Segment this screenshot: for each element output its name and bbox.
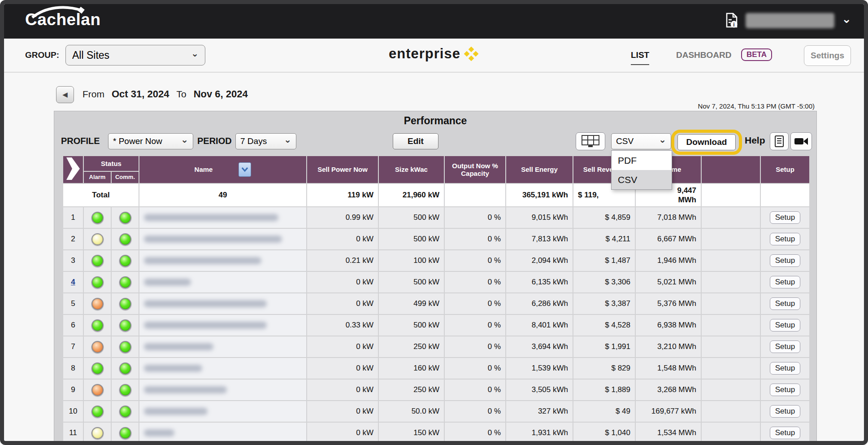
name-header[interactable]: Name [139,156,306,183]
size-value: 500 kW [379,315,444,336]
site-name-redacted[interactable] [144,236,282,243]
period-select-value: 7 Days [240,136,267,146]
lifetime-value: 1,548 MWh [636,358,701,379]
total-site-count: 49 [139,184,306,206]
setup-button[interactable]: Setup [770,297,800,310]
row-number[interactable]: 2 [71,235,75,243]
revenue-value: $ 1,889 [573,380,635,400]
revenue-value: $ 1,040 [573,423,635,443]
site-name-redacted[interactable] [144,322,267,329]
site-name-redacted[interactable] [144,300,267,307]
site-name-redacted[interactable] [144,408,208,415]
setup-button[interactable]: Setup [770,211,800,224]
sell-power-value: 0.33 kW [307,315,378,336]
browser-frame: Cachelan i ⌄ GROUP: All Sites ⌄ enterp [0,0,868,445]
lifetime-value: 6,938 MWh [636,315,701,336]
alarm-status-led [91,384,104,396]
site-name-redacted[interactable] [144,343,213,350]
energy-value: 7,813 kWh [506,229,573,249]
setup-button[interactable]: Setup [770,405,800,418]
download-button[interactable]: Download [677,134,736,150]
row-number[interactable]: 11 [69,428,77,437]
sell-power-value: 0 kW [307,293,378,314]
site-row: 6 0.33 kW 500 kW 0 % 8,401 kWh $ 4,528 6… [63,315,809,336]
help-label[interactable]: Help [745,135,765,146]
export-format-select[interactable]: CSV ⌄ [611,133,671,149]
comm-status-led [119,362,131,375]
revenue-value: $ 3,306 [573,272,635,292]
alarm-subheader[interactable]: Alarm [84,172,111,183]
row-number[interactable]: 10 [69,407,78,415]
setup-button[interactable]: Setup [770,340,800,353]
group-select-value: All Sites [72,49,109,61]
row-number[interactable]: 6 [71,321,75,329]
lifetime-value: 1,534 MWh [636,423,701,443]
site-row: 7 0 kW 250 kW 0 % 3,694 kWh $ 1,991 3,21… [63,336,809,357]
setup-button[interactable]: Setup [770,427,800,439]
edit-button[interactable]: Edit [393,133,438,149]
help-document-button[interactable] [770,132,789,150]
setup-button[interactable]: Setup [770,384,800,396]
row-number[interactable]: 1 [71,213,75,222]
site-name-redacted[interactable] [144,365,202,372]
lifetime-value: 3,210 MWh [636,336,701,357]
row-number[interactable]: 9 [71,385,75,394]
to-date[interactable]: Nov 6, 2024 [194,88,248,100]
output-value: 0 % [445,380,505,400]
settings-button[interactable]: Settings [804,45,851,66]
export-menu-item[interactable]: CSV [612,170,672,189]
size-value: 100 kW [379,250,444,271]
group-select[interactable]: All Sites ⌄ [65,45,205,65]
period-select[interactable]: 7 Days ⌄ [235,133,296,149]
total-row: Total 49 119 kW 21,960 kW 365,191 kWh $ … [63,184,809,206]
spacer-cell [702,272,760,292]
site-name-redacted[interactable] [144,214,278,221]
row-number[interactable]: 3 [71,256,75,265]
row-number[interactable]: 8 [71,364,75,372]
table-view-button[interactable] [576,132,605,150]
setup-button[interactable]: Setup [770,233,800,245]
row-number[interactable]: 7 [71,342,75,351]
previous-period-button[interactable]: ◀ [56,86,74,103]
name-sort-button[interactable] [239,162,251,177]
comm-status-led [119,233,131,245]
site-name-redacted[interactable] [144,429,174,436]
video-camera-icon [794,136,809,147]
row-number[interactable]: 5 [71,299,75,308]
export-menu-item[interactable]: PDF [612,151,672,170]
energy-header[interactable]: Sell Energy [506,156,573,183]
comm-subheader[interactable]: Comm. [112,172,139,183]
sell-power-header[interactable]: Sell Power Now [307,156,378,183]
tab-dashboard[interactable]: DASHBOARD [676,50,732,60]
sell-power-value: 0 kW [307,229,378,249]
from-date[interactable]: Oct 31, 2024 [112,88,169,100]
total-sell-power: 119 kW [307,184,378,206]
site-name-redacted[interactable] [144,257,261,264]
alarm-status-led [91,319,104,332]
total-spacer [702,184,760,206]
export-format-value: CSV [616,136,634,146]
tab-list[interactable]: LIST [631,50,649,65]
help-video-button[interactable] [790,132,812,150]
setup-button[interactable]: Setup [770,276,800,288]
setup-button[interactable]: Setup [770,319,800,332]
profile-label: PROFILE [61,136,100,146]
revenue-value: $ 3,387 [573,293,635,314]
user-name-redacted[interactable] [746,13,834,28]
site-name-redacted[interactable] [144,386,227,393]
output-value: 0 % [445,336,505,357]
energy-value: 6,286 kWh [506,293,573,314]
size-value: 160 kW [379,358,444,379]
profile-select[interactable]: * Power Now ⌄ [108,133,193,149]
report-info-icon[interactable]: i [725,12,738,29]
row-number[interactable]: 4 [71,278,75,286]
site-name-redacted[interactable] [144,279,191,286]
account-chevron-down-icon[interactable]: ⌄ [842,14,851,23]
output-header[interactable]: Output Now % Capacity [445,156,505,183]
setup-button[interactable]: Setup [770,362,800,375]
size-header[interactable]: Size kWac [379,156,444,183]
output-value: 0 % [445,423,505,443]
site-row: 3 0.21 kW 100 kW 0 % 2,094 kWh $ 1,487 1… [63,250,809,271]
spacer-cell [702,423,760,443]
setup-button[interactable]: Setup [770,254,800,267]
